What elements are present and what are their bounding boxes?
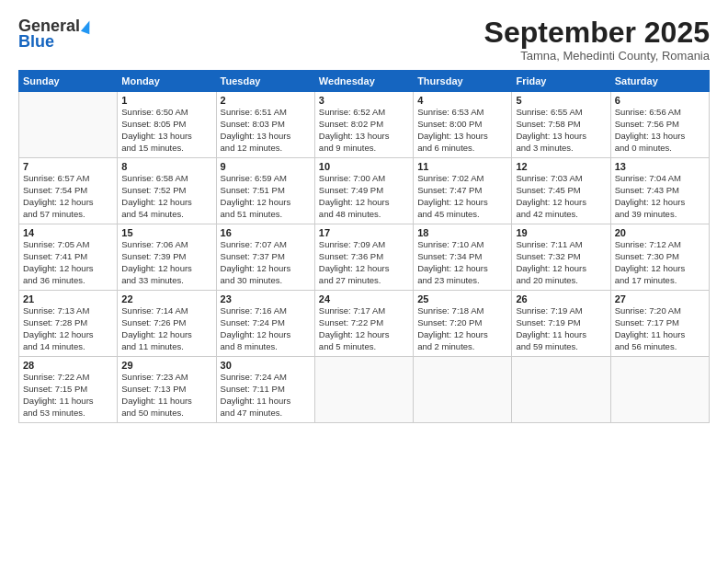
day-number: 8 [121,161,211,172]
day-info: Sunrise: 6:56 AM Sunset: 7:56 PM Dayligh… [615,107,705,154]
calendar-week-row: 21Sunrise: 7:13 AM Sunset: 7:28 PM Dayli… [19,291,710,357]
calendar-cell: 8Sunrise: 6:58 AM Sunset: 7:52 PM Daylig… [118,158,216,224]
day-number: 15 [121,227,211,238]
day-number: 24 [319,293,409,304]
day-info: Sunrise: 7:22 AM Sunset: 7:15 PM Dayligh… [23,372,113,419]
day-info: Sunrise: 7:07 AM Sunset: 7:37 PM Dayligh… [221,239,311,286]
day-number: 2 [221,95,311,106]
calendar-week-row: 7Sunrise: 6:57 AM Sunset: 7:54 PM Daylig… [19,158,710,224]
day-number: 25 [417,293,507,304]
day-number: 20 [615,227,705,238]
day-number: 10 [319,161,409,172]
day-info: Sunrise: 7:09 AM Sunset: 7:36 PM Dayligh… [319,239,409,286]
header: General Blue September 2025 Tamna, Mehed… [18,17,710,63]
logo-blue: Blue [18,32,54,52]
calendar-cell: 28Sunrise: 7:22 AM Sunset: 7:15 PM Dayli… [19,357,118,423]
weekday-header: Tuesday [216,71,314,92]
day-number: 11 [417,161,507,172]
calendar-cell: 9Sunrise: 6:59 AM Sunset: 7:51 PM Daylig… [216,158,314,224]
day-number: 3 [319,95,409,106]
calendar-week-row: 1Sunrise: 6:50 AM Sunset: 8:05 PM Daylig… [19,92,710,158]
day-info: Sunrise: 7:24 AM Sunset: 7:11 PM Dayligh… [221,372,311,419]
weekday-header: Sunday [19,71,118,92]
day-number: 9 [221,161,311,172]
weekday-header: Wednesday [314,71,413,92]
location: Tamna, Mehedinti County, Romania [484,49,710,63]
day-info: Sunrise: 7:11 AM Sunset: 7:32 PM Dayligh… [516,239,606,286]
logo: General Blue [18,17,93,52]
day-number: 22 [121,293,211,304]
day-number: 14 [23,227,113,238]
day-number: 12 [516,161,606,172]
logo-triangle-icon [81,18,94,34]
day-info: Sunrise: 7:03 AM Sunset: 7:45 PM Dayligh… [516,173,606,220]
day-info: Sunrise: 7:17 AM Sunset: 7:22 PM Dayligh… [319,305,409,352]
calendar-cell [314,357,413,423]
day-info: Sunrise: 6:50 AM Sunset: 8:05 PM Dayligh… [121,107,211,154]
month-title: September 2025 [484,17,710,49]
day-info: Sunrise: 6:53 AM Sunset: 8:00 PM Dayligh… [417,107,507,154]
day-info: Sunrise: 6:55 AM Sunset: 7:58 PM Dayligh… [516,107,606,154]
day-number: 7 [23,161,113,172]
title-section: September 2025 Tamna, Mehedinti County, … [484,17,710,63]
day-number: 17 [319,227,409,238]
day-info: Sunrise: 7:02 AM Sunset: 7:47 PM Dayligh… [417,173,507,220]
calendar-cell [414,357,512,423]
calendar-header-row: SundayMondayTuesdayWednesdayThursdayFrid… [19,71,710,92]
calendar-cell: 25Sunrise: 7:18 AM Sunset: 7:20 PM Dayli… [414,291,512,357]
calendar-cell: 7Sunrise: 6:57 AM Sunset: 7:54 PM Daylig… [19,158,118,224]
day-number: 28 [23,360,113,371]
day-number: 5 [516,95,606,106]
day-info: Sunrise: 7:14 AM Sunset: 7:26 PM Dayligh… [121,305,211,352]
day-info: Sunrise: 7:20 AM Sunset: 7:17 PM Dayligh… [615,305,705,352]
calendar-cell: 11Sunrise: 7:02 AM Sunset: 7:47 PM Dayli… [414,158,512,224]
day-info: Sunrise: 6:58 AM Sunset: 7:52 PM Dayligh… [121,173,211,220]
day-number: 1 [121,95,211,106]
calendar-cell: 19Sunrise: 7:11 AM Sunset: 7:32 PM Dayli… [512,224,610,291]
day-number: 30 [221,360,311,371]
weekday-header: Monday [118,71,216,92]
calendar-cell: 1Sunrise: 6:50 AM Sunset: 8:05 PM Daylig… [118,92,216,158]
weekday-header: Thursday [414,71,512,92]
day-number: 16 [221,227,311,238]
day-info: Sunrise: 7:18 AM Sunset: 7:20 PM Dayligh… [417,305,507,352]
calendar-cell: 23Sunrise: 7:16 AM Sunset: 7:24 PM Dayli… [216,291,314,357]
calendar-cell: 20Sunrise: 7:12 AM Sunset: 7:30 PM Dayli… [610,224,709,291]
day-number: 4 [417,95,507,106]
calendar-cell: 6Sunrise: 6:56 AM Sunset: 7:56 PM Daylig… [610,92,709,158]
calendar-cell: 16Sunrise: 7:07 AM Sunset: 7:37 PM Dayli… [216,224,314,291]
calendar-cell: 18Sunrise: 7:10 AM Sunset: 7:34 PM Dayli… [414,224,512,291]
calendar-cell: 26Sunrise: 7:19 AM Sunset: 7:19 PM Dayli… [512,291,610,357]
calendar-cell: 29Sunrise: 7:23 AM Sunset: 7:13 PM Dayli… [118,357,216,423]
day-number: 18 [417,227,507,238]
calendar-week-row: 28Sunrise: 7:22 AM Sunset: 7:15 PM Dayli… [19,357,710,423]
weekday-header: Saturday [610,71,709,92]
day-info: Sunrise: 7:23 AM Sunset: 7:13 PM Dayligh… [121,372,211,419]
calendar-cell: 4Sunrise: 6:53 AM Sunset: 8:00 PM Daylig… [414,92,512,158]
day-info: Sunrise: 7:06 AM Sunset: 7:39 PM Dayligh… [121,239,211,286]
calendar-cell: 12Sunrise: 7:03 AM Sunset: 7:45 PM Dayli… [512,158,610,224]
calendar-cell: 22Sunrise: 7:14 AM Sunset: 7:26 PM Dayli… [118,291,216,357]
day-info: Sunrise: 7:16 AM Sunset: 7:24 PM Dayligh… [221,305,311,352]
day-number: 26 [516,293,606,304]
calendar-cell: 30Sunrise: 7:24 AM Sunset: 7:11 PM Dayli… [216,357,314,423]
day-info: Sunrise: 6:52 AM Sunset: 8:02 PM Dayligh… [319,107,409,154]
calendar-cell [19,92,118,158]
calendar-cell: 2Sunrise: 6:51 AM Sunset: 8:03 PM Daylig… [216,92,314,158]
calendar-cell: 5Sunrise: 6:55 AM Sunset: 7:58 PM Daylig… [512,92,610,158]
day-number: 19 [516,227,606,238]
day-info: Sunrise: 7:12 AM Sunset: 7:30 PM Dayligh… [615,239,705,286]
page: General Blue September 2025 Tamna, Mehed… [0,0,728,563]
calendar-cell: 24Sunrise: 7:17 AM Sunset: 7:22 PM Dayli… [314,291,413,357]
calendar-cell: 14Sunrise: 7:05 AM Sunset: 7:41 PM Dayli… [19,224,118,291]
day-number: 6 [615,95,705,106]
day-number: 13 [615,161,705,172]
calendar-cell: 27Sunrise: 7:20 AM Sunset: 7:17 PM Dayli… [610,291,709,357]
day-info: Sunrise: 7:10 AM Sunset: 7:34 PM Dayligh… [417,239,507,286]
day-number: 23 [221,293,311,304]
day-info: Sunrise: 6:51 AM Sunset: 8:03 PM Dayligh… [221,107,311,154]
calendar: SundayMondayTuesdayWednesdayThursdayFrid… [18,70,710,423]
calendar-cell: 13Sunrise: 7:04 AM Sunset: 7:43 PM Dayli… [610,158,709,224]
calendar-cell: 17Sunrise: 7:09 AM Sunset: 7:36 PM Dayli… [314,224,413,291]
day-info: Sunrise: 6:57 AM Sunset: 7:54 PM Dayligh… [23,173,113,220]
